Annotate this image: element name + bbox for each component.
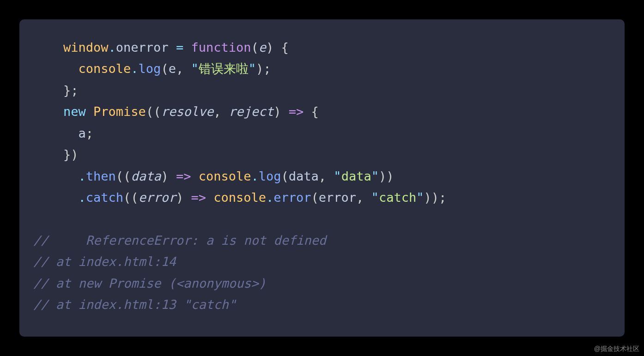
tok-rparen: ) [379,169,386,183]
tok-semi: ; [439,190,446,205]
tok-lparen: ( [116,169,123,183]
code-card: window.onerror = function(e) { console.l… [19,19,625,337]
tok-close: }; [63,83,79,97]
tok-error: error [139,190,176,205]
tok-string: 错误来啦 [199,61,249,76]
tok-comma: , [176,61,191,76]
tok-new: new [63,104,86,119]
tok-lparen: ( [123,190,131,205]
tok-rparen: ) [431,190,439,205]
tok-log: log [139,61,161,76]
tok-semi: ; [263,61,271,76]
tok-quote: " [416,190,424,205]
indent [33,104,63,119]
tok-rparen: ) [266,40,273,54]
tok-lparen: ( [153,104,161,119]
comment-line: // at index.html:14 [33,254,176,269]
tok-dot: . [251,169,259,183]
tok-reject: reject [229,104,274,119]
sp [86,104,93,119]
tok-rparen: ) [424,190,431,205]
tok-lparen: ( [251,40,258,54]
tok-lbrace: { [311,104,319,119]
tok-lbrace: { [273,40,289,54]
tok-resolve: resolve [161,104,213,119]
tok-catch: catch [86,190,123,205]
tok-e: e [169,61,176,76]
code-block: window.onerror = function(e) { console.l… [33,37,611,316]
tok-onerror: onerror [116,40,169,54]
tok-function: function [191,40,251,54]
tok-rparen: ) [161,169,168,183]
tok-promise: Promise [93,104,146,119]
tok-quote: " [249,61,256,76]
tok-console: console [213,190,266,205]
tok-lparen: ( [311,190,319,205]
tok-arrow: => [169,169,199,183]
tok-string: data [341,169,371,183]
tok-close: }) [63,147,79,162]
tok-console: console [199,169,251,183]
tok-comma: , [356,190,371,205]
tok-data2: data [289,169,319,183]
indent [33,126,79,140]
tok-lparen: ( [281,169,289,183]
tok-quote: " [334,169,341,183]
tok-lparen: ( [131,190,138,205]
tok-eq: = [169,40,191,54]
tok-log: log [259,169,281,183]
tok-comma: , [213,104,229,119]
indent [33,83,63,97]
tok-comma: , [319,169,334,183]
tok-string: catch [379,190,416,205]
comment-line: // at index.html:13 "catch" [33,297,236,312]
indent [33,61,79,76]
tok-console: console [79,61,131,76]
tok-rparen: ) [386,169,394,183]
tok-dot: . [79,169,86,183]
indent [33,147,63,162]
tok-window: window [63,40,109,54]
tok-quote: " [191,61,198,76]
tok-semi: ; [86,126,93,140]
tok-errorfn: error [273,190,311,205]
tok-lparen: ( [146,104,153,119]
tok-arrow: => [183,190,213,205]
comment-line: // ReferenceError: a is not defined [33,233,326,247]
tok-a: a [79,126,86,140]
tok-dot: . [131,61,138,76]
tok-then: then [86,169,116,183]
tok-rparen: ) [176,190,183,205]
tok-dot: . [266,190,273,205]
tok-rparen: ) [273,104,281,119]
watermark-text: @掘金技术社区 [594,345,639,353]
comment-line: // at new Promise (<anonymous>) [33,276,266,290]
indent [33,190,79,205]
tok-dot: . [79,190,86,205]
tok-arrow: => [281,104,311,119]
indent [33,169,79,183]
tok-quote: " [371,190,379,205]
tok-lparen: ( [161,61,168,76]
tok-lparen: ( [123,169,131,183]
tok-param-e: e [259,40,266,54]
tok-rparen: ) [256,61,263,76]
tok-quote: " [371,169,379,183]
tok-dot: . [109,40,116,54]
tok-error2: error [319,190,356,205]
tok-data: data [131,169,161,183]
